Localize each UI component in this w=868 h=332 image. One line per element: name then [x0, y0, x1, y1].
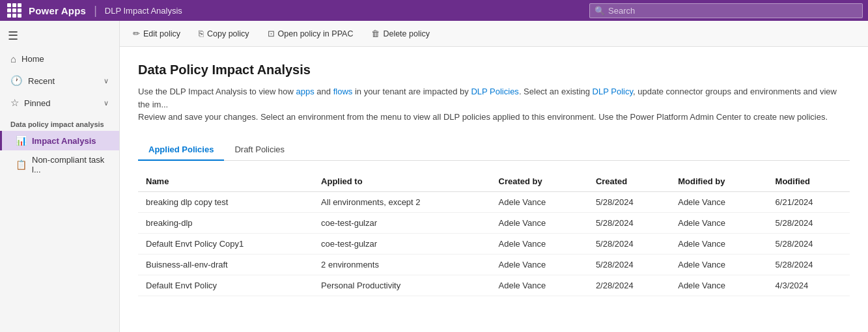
- policies-table: Name Applied to Created by Created Modif…: [138, 171, 850, 296]
- impact-analysis-icon: 📊: [16, 135, 27, 146]
- edit-policy-label: Edit policy: [143, 29, 180, 38]
- page-name: DLP Impact Analysis: [105, 6, 182, 16]
- cell-modified-by-3: Adele Vance: [670, 254, 767, 275]
- top-nav: Power Apps | DLP Impact Analysis 🔍: [0, 0, 868, 21]
- table-row: breaking-dlp coe-test-gulzar Adele Vance…: [138, 212, 850, 233]
- cell-created-by-3: Adele Vance: [491, 254, 588, 275]
- sidebar-item-recent[interactable]: 🕐 Recent ∨: [0, 70, 119, 92]
- nav-separator: |: [94, 4, 97, 18]
- sidebar-item-home[interactable]: ⌂ Home: [0, 48, 119, 70]
- app-name: Power Apps: [29, 5, 86, 16]
- cell-created-0: 5/28/2024: [588, 191, 670, 212]
- sidebar-item-impact-analysis[interactable]: 📊 Impact Analysis: [0, 131, 119, 150]
- page-description: Use the DLP Impact Analysis to view how …: [138, 85, 850, 124]
- cell-modified-2: 5/28/2024: [768, 233, 850, 254]
- sidebar-nav-noncompliant-label: Non-compliant task l...: [32, 155, 109, 174]
- sidebar-item-non-compliant[interactable]: 📋 Non-compliant task l...: [0, 150, 119, 179]
- col-header-modified: Modified: [768, 171, 850, 192]
- cell-modified-4: 4/3/2024: [768, 275, 850, 296]
- cell-applied-2: coe-test-gulzar: [313, 233, 490, 254]
- cell-created-3: 5/28/2024: [588, 254, 670, 275]
- cell-modified-by-4: Adele Vance: [670, 275, 767, 296]
- table-row: breaking dlp copy test All environments,…: [138, 191, 850, 212]
- sidebar-item-home-label: Home: [21, 54, 44, 64]
- sidebar-item-pinned-label: Pinned: [24, 98, 50, 108]
- cell-modified-0: 6/21/2024: [768, 191, 850, 212]
- cell-name-3[interactable]: Buisness-all-env-draft: [138, 254, 313, 275]
- table-row: Default Envt Policy Personal Productivit…: [138, 275, 850, 296]
- tab-draft-policies[interactable]: Draft Policies: [224, 139, 295, 161]
- main-content: ✏ Edit policy ⎘ Copy policy ⊡ Open polic…: [120, 21, 868, 332]
- table-row: Default Envt Policy Copy1 coe-test-gulza…: [138, 233, 850, 254]
- sidebar-item-pinned[interactable]: ☆ Pinned ∨: [0, 92, 119, 114]
- cell-modified-by-0: Adele Vance: [670, 191, 767, 212]
- search-input[interactable]: [589, 3, 863, 18]
- cell-applied-4[interactable]: Personal Productivity: [313, 275, 490, 296]
- tab-applied-policies[interactable]: Applied Policies: [138, 139, 224, 161]
- col-header-created-by: Created by: [491, 171, 588, 192]
- open-icon: ⊡: [268, 29, 275, 38]
- edit-policy-button[interactable]: ✏ Edit policy: [130, 27, 183, 40]
- cell-name-1[interactable]: breaking-dlp: [138, 212, 313, 233]
- cell-name-0[interactable]: breaking dlp copy test: [138, 191, 313, 212]
- recent-icon: 🕐: [10, 75, 23, 87]
- table-row: Buisness-all-env-draft 2 environments Ad…: [138, 254, 850, 275]
- non-compliant-icon: 📋: [16, 159, 27, 170]
- col-header-created: Created: [588, 171, 670, 192]
- recent-chevron-icon: ∨: [104, 77, 109, 85]
- col-header-modified-by: Modified by: [670, 171, 767, 192]
- col-header-name: Name: [138, 171, 313, 192]
- search-area: 🔍: [589, 3, 863, 18]
- table-body: breaking dlp copy test All environments,…: [138, 191, 850, 296]
- toolbar: ✏ Edit policy ⎘ Copy policy ⊡ Open polic…: [120, 21, 868, 47]
- cell-applied-3: 2 environments: [313, 254, 490, 275]
- copy-policy-button[interactable]: ⎘ Copy policy: [196, 27, 252, 40]
- page-title: Data Policy Impact Analysis: [138, 62, 850, 77]
- delete-icon: 🗑: [371, 29, 380, 38]
- cell-modified-by-1: Adele Vance: [670, 212, 767, 233]
- table-header: Name Applied to Created by Created Modif…: [138, 171, 850, 192]
- pinned-icon: ☆: [10, 97, 19, 109]
- waffle-icon: [7, 3, 21, 18]
- sidebar-section-label: Data policy impact analysis: [0, 114, 119, 131]
- cell-created-by-1: Adele Vance: [491, 212, 588, 233]
- open-ppac-label: Open policy in PPAC: [278, 29, 354, 38]
- open-ppac-button[interactable]: ⊡ Open policy in PPAC: [265, 27, 356, 40]
- cell-created-by-4: Adele Vance: [491, 275, 588, 296]
- cell-modified-by-2: Adele Vance: [670, 233, 767, 254]
- delete-policy-button[interactable]: 🗑 Delete policy: [369, 27, 432, 40]
- cell-created-by-0: Adele Vance: [491, 191, 588, 212]
- cell-name-2[interactable]: Default Envt Policy Copy1: [138, 233, 313, 254]
- cell-applied-1[interactable]: coe-test-gulzar: [313, 212, 490, 233]
- sidebar: ☰ ⌂ Home 🕐 Recent ∨ ☆ Pinned ∨ Data poli…: [0, 21, 120, 332]
- sidebar-item-recent-label: Recent: [28, 76, 55, 86]
- cell-created-by-2: Adele Vance: [491, 233, 588, 254]
- col-header-applied-to: Applied to: [313, 171, 490, 192]
- cell-created-1: 5/28/2024: [588, 212, 670, 233]
- copy-policy-label: Copy policy: [207, 29, 249, 38]
- copy-icon: ⎘: [199, 29, 204, 38]
- app-body: ☰ ⌂ Home 🕐 Recent ∨ ☆ Pinned ∨ Data poli…: [0, 21, 868, 332]
- edit-icon: ✏: [133, 29, 140, 38]
- sidebar-nav-impact-label: Impact Analysis: [32, 136, 96, 146]
- cell-modified-3: 5/28/2024: [768, 254, 850, 275]
- pinned-chevron-icon: ∨: [104, 99, 109, 107]
- cell-name-4[interactable]: Default Envt Policy: [138, 275, 313, 296]
- sidebar-menu-toggle[interactable]: ☰: [0, 23, 119, 48]
- cell-created-4: 2/28/2024: [588, 275, 670, 296]
- home-icon: ⌂: [10, 53, 16, 64]
- waffle-menu[interactable]: [5, 1, 23, 20]
- search-wrapper: 🔍: [589, 3, 863, 18]
- page-content: Data Policy Impact Analysis Use the DLP …: [120, 47, 868, 312]
- delete-policy-label: Delete policy: [383, 29, 430, 38]
- cell-modified-1: 5/28/2024: [768, 212, 850, 233]
- cell-applied-0[interactable]: All environments, except 2: [313, 191, 490, 212]
- tabs: Applied Policies Draft Policies: [138, 139, 850, 161]
- cell-created-2: 5/28/2024: [588, 233, 670, 254]
